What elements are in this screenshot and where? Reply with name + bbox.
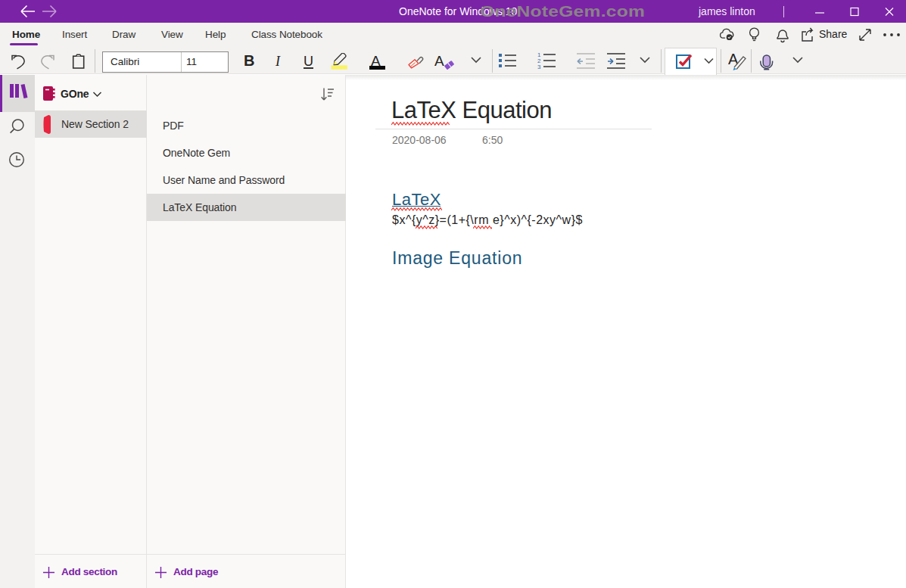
svg-text:3: 3	[537, 64, 541, 70]
